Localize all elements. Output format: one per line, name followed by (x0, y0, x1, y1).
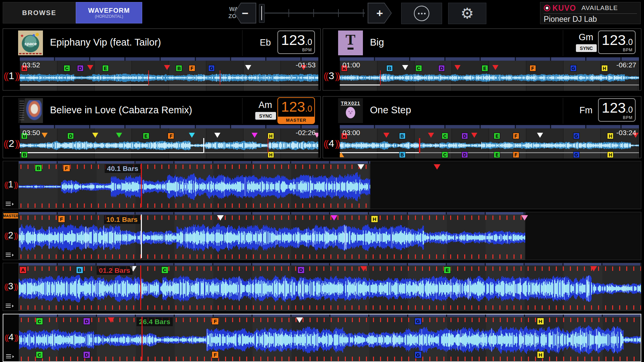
memory-cue-marker (92, 133, 98, 138)
phrase-meter (19, 212, 525, 215)
settings-button[interactable]: ⚙ (448, 3, 486, 24)
progress-played (340, 152, 419, 153)
deck-waveform-body[interactable]: 03:50-02:26BDEFHBH (20, 128, 318, 159)
on-air-paren-left: (( (4, 139, 8, 149)
track-progress-bar (340, 152, 639, 153)
hamburger-arrow-icon (12, 355, 14, 358)
waveform-canvas[interactable] (340, 72, 639, 84)
deck-waveform-body[interactable]: 03:00-03:24ABCDEFGHBCDEFGH (340, 128, 639, 159)
deck-waveform-body[interactable]: 01:00-06:27ABCDEFGH (340, 61, 639, 91)
memory-cue-marker (590, 266, 597, 272)
big-waveform-deck-column: ((3)) (3, 263, 19, 311)
track-menu-button[interactable] (6, 201, 14, 206)
hot-cue-g-bottom: G (573, 152, 580, 158)
deck-panel-4[interactable]: TRX021One StepFm123.0BPM((4))03:00-03:24… (323, 96, 641, 158)
tab-waveform-label: WAVEFORM (88, 7, 130, 14)
on-air-paren-left: (( (4, 282, 8, 291)
big-waveform-panel-2[interactable]: MASTER((2))FH10.1 Bars (3, 212, 641, 260)
hot-cue-f: F (58, 216, 65, 223)
phrase-meter (20, 57, 318, 61)
deck-waveform-body[interactable]: 03:52-01:53ACDEBFG (20, 61, 318, 91)
big-waveform-panel-4[interactable]: ((4))CDFGHCDFGH26.4 Bars (3, 314, 641, 362)
bpm-decimal: .0 (305, 37, 312, 47)
deck-on-air-indicator: ((3)) (323, 61, 340, 91)
hot-cue-b: B (399, 133, 406, 139)
memory-cue-marker (252, 133, 258, 138)
hot-cue-h: H (268, 133, 274, 139)
track-title: Epiphany Vip (feat. Tailor) (50, 37, 161, 48)
hot-cue-b: B (176, 65, 182, 71)
on-air-paren-right: )) (14, 231, 17, 240)
deck-panel-3[interactable]: T· · ·BigGmSYNC123.0BPM((3))01:00-06:27A… (323, 28, 641, 90)
hot-cue-f: F (212, 318, 219, 325)
bpm-decimal: .0 (626, 37, 633, 47)
hot-cue-b: B (76, 266, 83, 274)
on-air-paren-left: (( (324, 71, 328, 81)
time-remaining: -01:53 (296, 61, 316, 69)
gear-icon: ⚙ (461, 6, 474, 21)
tab-browse[interactable]: BROWSE (3, 2, 76, 23)
playhead-line (141, 164, 142, 207)
hot-cue-c-bottom: C (442, 152, 448, 158)
album-art: space★ (18, 31, 43, 55)
track-menu-button[interactable] (6, 303, 14, 308)
hot-cue-f: F (63, 165, 70, 172)
waveform-canvas[interactable] (20, 139, 318, 152)
memory-cue-marker (108, 317, 114, 323)
key-display: Eb (252, 38, 279, 48)
phrase-meter (19, 161, 370, 164)
big-waveform-panel-1[interactable]: ((1))BF40.1 Bars (3, 161, 641, 209)
phrase-meter (19, 314, 641, 317)
key-display: Am (252, 100, 279, 110)
bpm-display: 123.0BPMMASTER (277, 97, 315, 124)
big-waveform-canvas[interactable] (19, 317, 641, 361)
playhead-line (140, 265, 141, 309)
more-options-button[interactable] (401, 3, 442, 24)
sync-badge[interactable]: SYNC (576, 44, 597, 52)
hot-cue-d-bottom: D (462, 152, 468, 158)
bpm-display: 123.0BPM (598, 31, 636, 54)
sync-badge[interactable]: SYNC (255, 112, 276, 120)
wave-zoom-slider[interactable] (259, 3, 365, 23)
deck-panel-2[interactable]: Believe in Love (Cabarza Remix)AmSYNC123… (3, 96, 321, 158)
memory-cue-marker (296, 317, 303, 323)
wave-zoom-in-button[interactable]: + (368, 3, 392, 23)
tab-waveform-horizontal[interactable]: WAVEFORM (HORIZONTAL) (76, 2, 142, 23)
hot-cue-e: E (143, 133, 149, 139)
track-menu-button[interactable] (6, 252, 14, 257)
big-waveform-deck-column: MASTER((2)) (3, 212, 19, 260)
album-art-label: T (345, 33, 355, 47)
memory-cue-marker (116, 133, 122, 138)
deck-number-indicator: ((2)) (4, 138, 19, 149)
deck-number-indicator: ((4)) (324, 138, 339, 149)
hamburger-arrow-icon (12, 305, 14, 307)
big-waveform-panel-3[interactable]: ((3))ABCDE01.2 Bars (3, 263, 641, 311)
deck-number-digit: 4 (8, 332, 13, 342)
album-art-logo: space (22, 35, 39, 52)
kuvo-panel[interactable]: KUVO AVAILABLE Pioneer DJ Lab (540, 2, 641, 24)
big-waveform-area[interactable]: BF40.1 Bars (19, 161, 641, 209)
big-waveform-area[interactable]: FH10.1 Bars (19, 212, 641, 260)
deck-on-air-indicator: ((4)) (323, 128, 340, 159)
slider-handle[interactable] (259, 4, 265, 23)
hot-cue-b: B (386, 65, 393, 71)
waveform-canvas[interactable] (340, 139, 639, 152)
deck-panel-1[interactable]: space★Epiphany Vip (feat. Tailor)Eb123.0… (3, 28, 321, 90)
deck-number-digit: 3 (8, 281, 13, 291)
memory-cue-marker (471, 133, 477, 138)
track-menu-button[interactable] (6, 354, 15, 359)
wave-zoom-out-button[interactable]: − (234, 3, 256, 23)
on-air-paren-left: (( (324, 139, 328, 149)
big-waveform-area[interactable]: CDFGHCDFGH26.4 Bars (19, 314, 641, 361)
hot-cue-d: D (67, 133, 74, 139)
big-waveform-area[interactable]: ABCDE01.2 Bars (19, 263, 641, 311)
hamburger-icon (6, 304, 11, 304)
vinyl-label-icon (346, 107, 355, 118)
cue-position-line (220, 70, 220, 85)
on-air-paren-right: )) (14, 282, 17, 291)
phrase-meter (340, 57, 639, 61)
waveform-canvas[interactable] (20, 72, 318, 84)
hot-cue-b-bottom: B (21, 152, 28, 158)
hot-cue-c: C (416, 65, 422, 71)
bpm-unit-label: BPM (623, 48, 633, 52)
